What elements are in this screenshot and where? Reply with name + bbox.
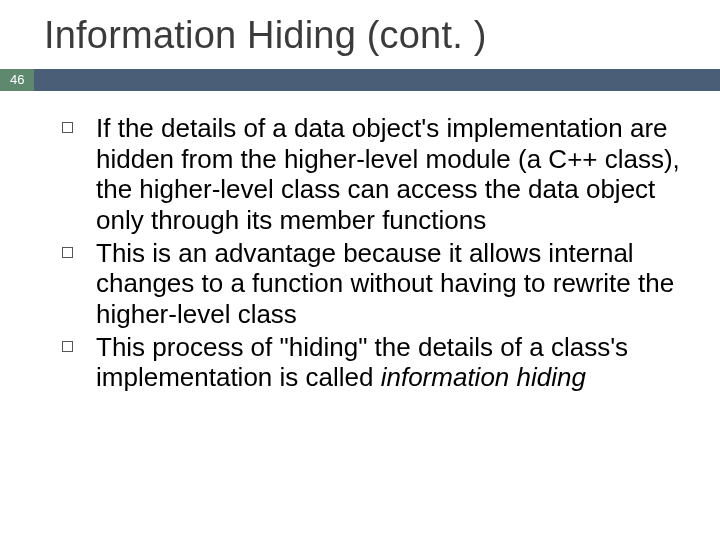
- bullet-list: If the details of a data object's implem…: [62, 113, 684, 393]
- slide: Information Hiding (cont. ) 46 If the de…: [0, 0, 720, 540]
- slide-title: Information Hiding (cont. ): [0, 0, 720, 69]
- list-item: If the details of a data object's implem…: [62, 113, 684, 236]
- page-number-badge: 46: [0, 69, 34, 91]
- slide-body: If the details of a data object's implem…: [0, 91, 720, 393]
- list-item: This is an advantage because it allows i…: [62, 238, 684, 330]
- badge-row: 46: [0, 69, 720, 91]
- list-item: This process of "hiding" the details of …: [62, 332, 684, 393]
